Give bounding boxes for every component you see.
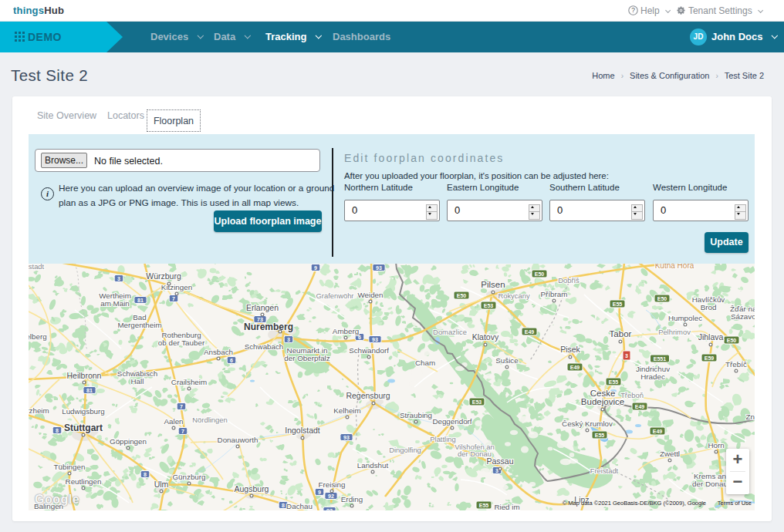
svg-text:Tabor: Tabor	[610, 329, 632, 338]
svg-text:Domazlice: Domazlice	[433, 328, 467, 336]
svg-text:Hall: Hall	[131, 377, 144, 386]
svg-text:Weiden: Weiden	[357, 291, 383, 299]
svg-text:7: 7	[181, 429, 184, 434]
svg-text:Budejovice: Budejovice	[581, 397, 624, 406]
svg-text:Amberg: Amberg	[333, 327, 359, 335]
svg-text:E49: E49	[570, 365, 580, 370]
svg-text:3: 3	[625, 353, 628, 359]
svg-text:Heilbronn: Heilbronn	[67, 371, 102, 380]
svg-text:Pilsen: Pilsen	[481, 280, 505, 289]
svg-text:Brod: Brod	[701, 303, 717, 311]
svg-text:Göppingen: Göppingen	[110, 437, 147, 446]
svg-text:Landshut: Landshut	[357, 461, 389, 470]
svg-text:E55: E55	[479, 503, 489, 508]
svg-text:Sušice: Sušice	[495, 356, 519, 365]
svg-text:Erding: Erding	[341, 495, 363, 503]
svg-text:Würzburg: Würzburg	[146, 271, 181, 281]
svg-text:Dingolfing: Dingolfing	[389, 446, 421, 454]
svg-text:E55: E55	[595, 433, 605, 438]
svg-text:Jihlava: Jihlava	[698, 332, 724, 342]
svg-text:Pelhrimov: Pelhrimov	[658, 328, 691, 336]
svg-text:Pisek: Pisek	[560, 345, 580, 354]
svg-text:Regensburg: Regensburg	[346, 391, 390, 400]
svg-text:Cham: Cham	[415, 359, 435, 367]
svg-text:Stuttgart: Stuttgart	[64, 423, 103, 433]
svg-text:elberg: elberg	[29, 332, 47, 341]
svg-text:8: 8	[144, 472, 147, 477]
svg-text:Straubing: Straubing	[400, 411, 432, 419]
svg-text:81: 81	[86, 388, 93, 393]
svg-text:Sázavou: Sázavou	[731, 312, 755, 321]
svg-text:Třeboň: Třeboň	[620, 391, 644, 399]
svg-text:Aalen: Aalen	[164, 417, 183, 426]
svg-text:81: 81	[137, 298, 144, 303]
svg-text:Tübingen: Tübingen	[54, 463, 86, 471]
svg-text:E49: E49	[635, 404, 645, 409]
svg-text:3: 3	[117, 276, 120, 281]
svg-text:E59: E59	[705, 355, 715, 361]
svg-text:Grafenwöhr: Grafenwöhr	[316, 291, 354, 300]
svg-text:Erlangen: Erlangen	[246, 303, 279, 312]
svg-text:der Donau: der Donau	[692, 480, 728, 488]
svg-text:am Main: am Main	[100, 299, 130, 308]
svg-text:Horn: Horn	[708, 441, 724, 450]
svg-text:E50: E50	[457, 293, 467, 298]
svg-text:E551: E551	[654, 356, 666, 362]
svg-text:Dobříš: Dobříš	[558, 276, 580, 285]
svg-text:Kelheim: Kelheim	[333, 406, 360, 415]
svg-text:Augsburg: Augsburg	[235, 484, 269, 493]
svg-text:ob der Tauber: ob der Tauber	[158, 338, 205, 347]
svg-text:Zwettl: Zwettl	[660, 450, 680, 458]
svg-text:Ried im: Ried im	[494, 503, 519, 510]
svg-text:93: 93	[376, 265, 382, 271]
svg-text:Freistadt: Freistadt	[590, 466, 619, 475]
svg-text:Plattling: Plattling	[430, 435, 455, 443]
svg-text:Dachau: Dachau	[286, 502, 313, 510]
svg-text:Klatovy: Klatovy	[472, 332, 499, 342]
svg-text:E55: E55	[609, 379, 619, 385]
svg-text:9: 9	[318, 490, 321, 495]
svg-text:Mergentheim: Mergentheim	[117, 321, 161, 329]
svg-text:E55: E55	[613, 301, 623, 307]
svg-text:3: 3	[495, 468, 498, 473]
svg-text:Günzburg: Günzburg	[172, 473, 205, 481]
svg-text:Reutlingen: Reutlingen	[66, 477, 102, 486]
svg-text:Crailsheim: Crailsheim	[171, 378, 207, 386]
svg-text:Kutná Hora: Kutná Hora	[655, 264, 694, 270]
svg-text:7: 7	[180, 404, 183, 409]
svg-text:Zno: Zno	[746, 412, 755, 421]
svg-text:E49: E49	[525, 329, 535, 335]
svg-text:92: 92	[326, 508, 333, 510]
svg-text:93: 93	[343, 435, 350, 440]
svg-text:der Oberpfalz: der Oberpfalz	[284, 354, 329, 362]
svg-text:Schwabach: Schwabach	[245, 342, 284, 351]
svg-text:9: 9	[314, 265, 317, 271]
svg-text:6: 6	[230, 358, 233, 363]
svg-text:Hradec: Hradec	[640, 372, 665, 381]
svg-text:Nördlingen: Nördlingen	[192, 416, 227, 424]
svg-text:Humpolec: Humpolec	[668, 314, 702, 322]
svg-text:Rokycany: Rokycany	[498, 291, 529, 300]
svg-text:?: ?	[631, 6, 635, 14]
svg-text:3: 3	[287, 337, 290, 342]
svg-text:Třebíč: Třebíč	[725, 360, 747, 369]
svg-text:Freising: Freising	[319, 480, 346, 489]
svg-text:E49: E49	[653, 429, 663, 434]
svg-text:Donauworth: Donauworth	[218, 436, 259, 444]
svg-text:Schwandorf: Schwandorf	[349, 346, 389, 355]
svg-text:E53: E53	[484, 303, 494, 308]
svg-text:93: 93	[372, 337, 378, 342]
svg-text:rzheim: rzheim	[29, 406, 49, 415]
svg-text:Ingolstadt: Ingolstadt	[285, 426, 320, 435]
svg-text:Passau: Passau	[486, 456, 513, 466]
svg-text:Ulm: Ulm	[154, 480, 169, 489]
svg-text:8: 8	[282, 503, 285, 508]
svg-text:Deggendorf: Deggendorf	[432, 417, 471, 426]
svg-text:Ansbach: Ansbach	[204, 348, 233, 356]
svg-text:8: 8	[56, 428, 59, 433]
svg-text:E50: E50	[535, 271, 545, 277]
svg-text:stadt: stadt	[29, 264, 45, 271]
svg-text:E50: E50	[727, 338, 737, 343]
svg-text:Ludwigsburg: Ludwigsburg	[62, 407, 105, 416]
svg-text:E50: E50	[657, 296, 667, 301]
